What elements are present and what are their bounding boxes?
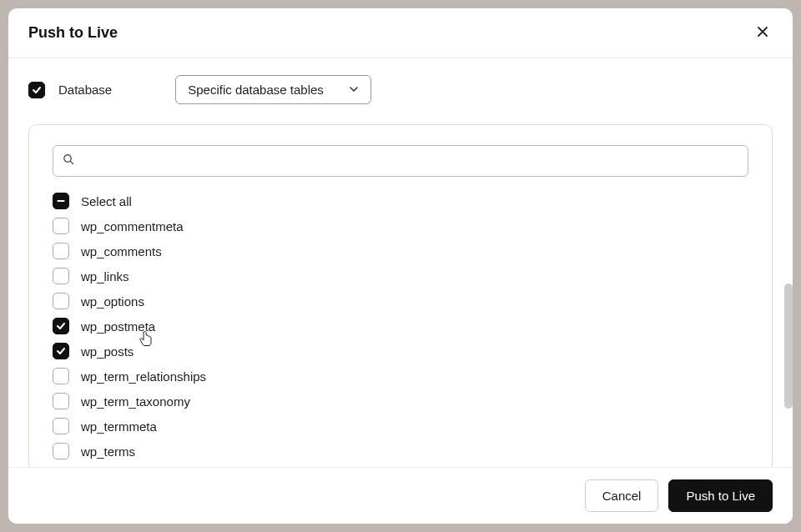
indeterminate-icon (56, 196, 66, 206)
select-all-row[interactable]: Select all (53, 188, 748, 213)
table-name-label: wp_posts (81, 344, 134, 359)
table-name-label: wp_term_taxonomy (81, 394, 190, 409)
table-row[interactable]: wp_commentmeta (53, 213, 748, 238)
table-name-label: wp_termmeta (81, 419, 157, 434)
search-wrap (53, 145, 748, 177)
table-name-label: wp_options (81, 294, 144, 309)
tables-list: wp_commentmetawp_commentswp_linkswp_opti… (53, 213, 748, 464)
table-row[interactable]: wp_termmeta (53, 414, 748, 439)
modal-body: Database Specific database tables Select (8, 58, 793, 467)
cancel-button[interactable]: Cancel (585, 479, 659, 512)
table-row[interactable]: wp_term_relationships (53, 364, 748, 389)
table-checkbox[interactable] (53, 243, 69, 259)
push-to-live-button[interactable]: Push to Live (668, 479, 773, 512)
search-icon (63, 153, 74, 168)
checkmark-icon (56, 346, 66, 356)
table-row[interactable]: wp_postmeta (53, 314, 748, 339)
table-checkbox[interactable] (53, 293, 69, 309)
close-icon (756, 28, 769, 41)
close-button[interactable] (753, 22, 773, 44)
table-row[interactable]: wp_links (53, 263, 748, 289)
table-name-label: wp_commentmeta (81, 219, 184, 233)
table-checkbox[interactable] (53, 368, 69, 384)
table-row[interactable]: wp_term_taxonomy (53, 389, 748, 414)
svg-line-1 (70, 161, 73, 163)
table-checkbox[interactable] (53, 318, 69, 334)
database-label: Database (58, 83, 112, 97)
modal-title: Push to Live (28, 24, 118, 42)
chevron-down-icon (349, 83, 359, 97)
table-name-label: wp_links (81, 269, 129, 284)
modal-header: Push to Live (8, 8, 793, 58)
table-checkbox[interactable] (53, 268, 69, 284)
table-row[interactable]: wp_posts (53, 339, 748, 364)
scrollbar-thumb[interactable] (784, 284, 793, 409)
table-name-label: wp_postmeta (81, 319, 155, 334)
tables-scope-dropdown[interactable]: Specific database tables (175, 75, 371, 104)
table-checkbox[interactable] (53, 443, 69, 459)
tables-search-input[interactable] (53, 145, 748, 177)
push-to-live-modal: Push to Live Database Specific database … (8, 8, 793, 524)
checkmark-icon (32, 85, 42, 95)
table-name-label: wp_terms (81, 444, 135, 459)
table-checkbox[interactable] (53, 343, 69, 359)
table-checkbox[interactable] (53, 218, 69, 234)
table-row[interactable]: wp_comments (53, 238, 748, 263)
table-row[interactable]: wp_terms (53, 439, 748, 464)
dropdown-selected-label: Specific database tables (188, 83, 324, 97)
modal-footer: Cancel Push to Live (8, 467, 793, 524)
select-all-label: Select all (81, 194, 132, 208)
database-checkbox[interactable] (28, 82, 45, 98)
table-checkbox[interactable] (53, 418, 69, 434)
table-name-label: wp_comments (81, 244, 162, 258)
table-row[interactable]: wp_options (53, 289, 748, 314)
select-all-checkbox[interactable] (53, 193, 69, 209)
table-checkbox[interactable] (53, 393, 69, 409)
database-row: Database Specific database tables (28, 75, 773, 104)
table-name-label: wp_term_relationships (81, 369, 206, 384)
checkmark-icon (56, 321, 66, 331)
tables-panel: Select all wp_commentmetawp_commentswp_l… (28, 124, 773, 467)
